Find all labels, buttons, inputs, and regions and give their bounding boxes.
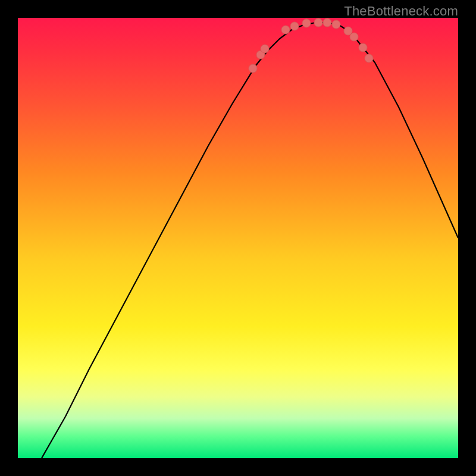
chart-svg: [18, 18, 458, 458]
marker-point: [365, 54, 373, 62]
marker-point: [290, 22, 299, 30]
marker-point: [359, 43, 367, 52]
marker-point: [249, 64, 257, 73]
marker-point: [314, 18, 322, 27]
marker-point: [261, 45, 269, 53]
plot-area: [18, 18, 458, 458]
marker-point: [302, 19, 311, 27]
chart-container: TheBottleneck.com: [0, 0, 476, 476]
highlight-markers: [249, 18, 373, 73]
marker-point: [281, 26, 290, 34]
marker-point: [350, 33, 358, 41]
watermark-text: TheBottleneck.com: [344, 4, 458, 19]
bottleneck-curve: [42, 23, 458, 458]
marker-point: [323, 18, 331, 27]
marker-point: [332, 20, 340, 29]
